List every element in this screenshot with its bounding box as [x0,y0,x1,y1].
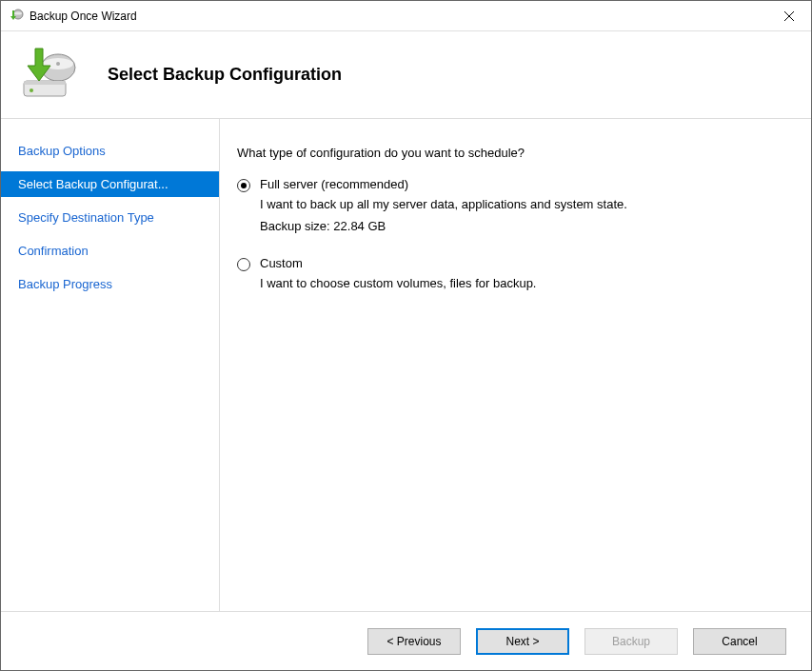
step-specify-destination-type[interactable]: Specify Destination Type [1,205,219,230]
page-title: Select Backup Configuration [108,65,342,85]
wizard-body: Backup Options Select Backup Configurat.… [1,119,811,611]
close-icon [784,11,794,21]
wizard-footer: < Previous Next > Backup Cancel [1,611,811,670]
option-full-server[interactable]: Full server (recommended) I want to back… [237,177,782,233]
step-backup-progress[interactable]: Backup Progress [1,271,219,297]
option-full-server-label: Full server (recommended) [260,177,627,191]
radio-full-server[interactable] [237,179,250,192]
backup-button: Backup [584,628,678,655]
config-question: What type of configuration do you want t… [237,146,782,160]
wizard-content: What type of configuration do you want t… [220,119,811,611]
radio-custom[interactable] [237,258,250,271]
next-button[interactable]: Next > [476,628,569,655]
svg-point-1 [14,11,22,14]
step-confirmation[interactable]: Confirmation [1,238,219,264]
step-select-backup-configuration[interactable]: Select Backup Configurat... [1,171,219,197]
step-backup-options[interactable]: Backup Options [1,138,219,164]
titlebar: Backup Once Wizard [1,1,811,31]
backup-icon [18,45,79,106]
wizard-window: Backup Once Wizard Select Backup Configu… [0,0,812,671]
close-button[interactable] [767,1,811,31]
option-full-server-size: Backup size: 22.84 GB [260,219,627,233]
option-custom[interactable]: Custom I want to choose custom volumes, … [237,256,782,298]
previous-button[interactable]: < Previous [367,628,461,655]
svg-point-9 [30,89,33,92]
option-custom-label: Custom [260,256,536,270]
window-title: Backup Once Wizard [30,10,767,23]
wizard-header: Select Backup Configuration [1,31,811,119]
app-icon [9,9,24,24]
svg-rect-8 [24,81,66,85]
option-full-server-desc: I want to back up all my server data, ap… [260,197,627,211]
wizard-steps-sidebar: Backup Options Select Backup Configurat.… [1,119,220,611]
cancel-button[interactable]: Cancel [693,628,786,655]
option-custom-desc: I want to choose custom volumes, files f… [260,276,536,290]
svg-point-6 [56,62,60,66]
